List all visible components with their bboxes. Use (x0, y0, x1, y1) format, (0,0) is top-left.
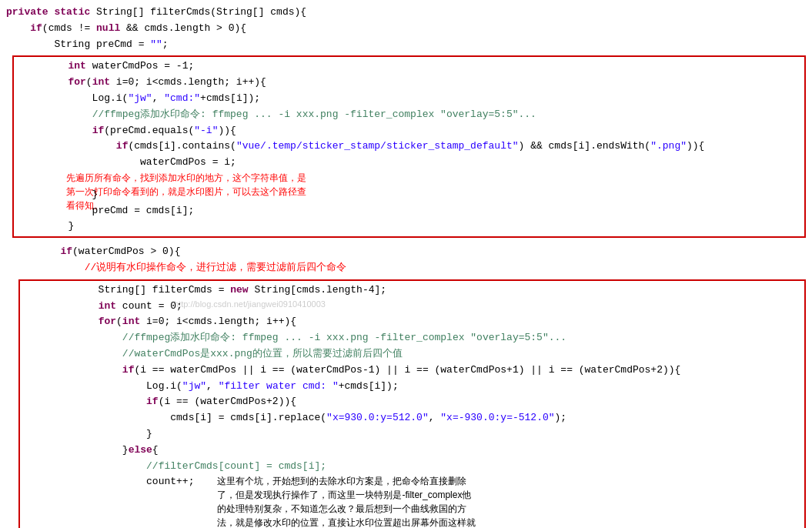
line: String[] filterCmds = new String[cmds.le… (26, 282, 798, 299)
line: Log.i("jw", "filter water cmd: "+cmds[i]… (26, 379, 798, 395)
line: if(i == waterCmdPos || i == (waterCmdPos… (26, 363, 798, 379)
line: //说明有水印操作命令，进行过滤，需要过滤前后四个命令 (12, 260, 806, 276)
line: } (20, 187, 798, 203)
line: if(preCmd.equals("-i")){ (20, 123, 798, 139)
line: if(cmds[i].contains("vue/.temp/sticker_s… (20, 139, 798, 155)
section0: private static String[] filterCmds(Strin… (6, 5, 806, 52)
line: int waterCmdPos = -1; (20, 58, 798, 75)
line: Log.i("jw", "cmd:"+cmds[i]); (20, 91, 798, 107)
line: if(waterCmdPos > 0){ (12, 244, 806, 260)
line: count++; 这里有个坑，开始想到的去除水印方案是，把命令给直接删除了，但是… (26, 474, 798, 528)
code-editor: private static String[] filterCmds(Strin… (0, 0, 812, 528)
section2-container: http://blog.csdn.net/jiangwei0910410003 … (6, 279, 806, 528)
line: cmds[i] = cmds[i].replace("x=930.0:y=512… (26, 410, 798, 426)
line: }else{ (26, 443, 798, 459)
line: } (26, 426, 798, 443)
section1-container: int waterCmdPos = -1; for(int i=0; i<cmd… (6, 55, 806, 238)
line: if(cmds != null && cmds.length > 0){ (6, 21, 806, 37)
line: } (20, 219, 798, 235)
line: } 先遍历所有命令，找到添加水印的地方，这个字符串值，是第一次打印命令看到的，就… (20, 171, 798, 187)
line: String preCmd = ""; (6, 37, 806, 53)
line: preCmd = cmds[i]; (20, 203, 798, 219)
section1-red-box: int waterCmdPos = -1; for(int i=0; i<cmd… (12, 55, 806, 238)
section2-red-box: http://blog.csdn.net/jiangwei0910410003 … (18, 279, 806, 528)
line: //filterCmds[count] = cmds[i]; (26, 459, 798, 475)
line: //ffmpeg添加水印命令: ffmpeg ... -i xxx.png -f… (20, 107, 798, 123)
line: int count = 0; (26, 299, 798, 315)
line: if(i == (waterCmdPos+2)){ (26, 394, 798, 410)
line: //ffmpeg添加水印命令: ffmpeg ... -i xxx.png -f… (26, 330, 798, 346)
annotation2: 这里有个坑，开始想到的去除水印方案是，把命令给直接删除了，但是发现执行操作了，而… (217, 474, 479, 528)
line: for(int i=0; i<cmds.length; i++){ (26, 314, 798, 330)
line: waterCmdPos = i; (20, 155, 798, 171)
line: private static String[] filterCmds(Strin… (6, 5, 806, 21)
line: //waterCmdPos是xxx.png的位置，所以需要过滤前后四个值 (26, 346, 798, 363)
line: for(int i=0; i<cmds.length; i++){ (20, 75, 798, 91)
